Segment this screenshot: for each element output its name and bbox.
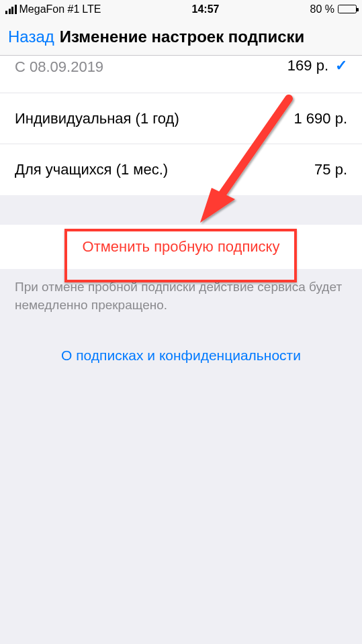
status-right: 80 %	[310, 3, 357, 15]
section-gap	[0, 195, 362, 225]
plan-list: С 08.09.2019 169 р. ✓ Индивидуальная (1 …	[0, 56, 362, 195]
clock: 14:57	[192, 3, 220, 15]
carrier-label: MegaFon #1	[19, 3, 80, 15]
cancel-note: При отмене пробной подписки действие сер…	[0, 269, 362, 335]
battery-percent: 80 %	[310, 3, 334, 15]
plan-label: Индивидуальная (1 год)	[15, 110, 179, 127]
plan-price: 169 р.	[287, 57, 328, 74]
page-title: Изменение настроек подписки	[60, 28, 305, 46]
status-bar: MegaFon #1 LTE 14:57 80 %	[0, 0, 362, 18]
plan-row-student[interactable]: Для учащихся (1 мес.) 75 р.	[0, 144, 362, 195]
plan-price: 1 690 р.	[293, 110, 347, 127]
checkmark-icon: ✓	[335, 57, 347, 74]
plan-row-yearly[interactable]: Индивидуальная (1 год) 1 690 р.	[0, 93, 362, 144]
status-left: MegaFon #1 LTE	[5, 3, 101, 15]
network-label: LTE	[82, 3, 101, 15]
plan-price: 75 р.	[314, 161, 347, 178]
about-subscriptions-link[interactable]: О подписках и конфиденциальности	[0, 335, 362, 376]
plan-row-current[interactable]: С 08.09.2019 169 р. ✓	[0, 56, 362, 93]
cancel-section: Отменить пробную подписку	[0, 225, 362, 269]
signal-icon	[5, 5, 17, 14]
plan-from-date: С 08.09.2019	[15, 58, 103, 76]
plan-label: Для учащихся (1 мес.)	[15, 161, 168, 178]
nav-bar: Назад Изменение настроек подписки	[0, 18, 362, 56]
back-button[interactable]: Назад	[8, 28, 54, 46]
cancel-trial-button[interactable]: Отменить пробную подписку	[0, 225, 362, 269]
battery-icon	[338, 5, 357, 13]
